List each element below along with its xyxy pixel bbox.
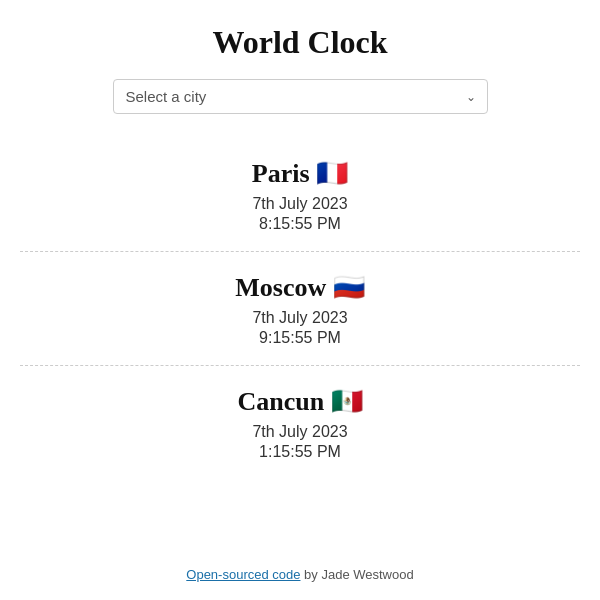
city-time: 1:15:55 PM	[259, 443, 341, 461]
city-date: 7th July 2023	[252, 309, 347, 327]
city-time: 8:15:55 PM	[259, 215, 341, 233]
open-source-link[interactable]: Open-sourced code	[186, 567, 300, 582]
city-date: 7th July 2023	[252, 423, 347, 441]
city-date: 7th July 2023	[252, 195, 347, 213]
app-title: World Clock	[212, 24, 387, 61]
footer: Open-sourced code by Jade Westwood	[186, 557, 413, 590]
city-name: Paris 🇫🇷	[252, 158, 348, 189]
clock-list: Paris 🇫🇷7th July 20238:15:55 PMMoscow 🇷🇺…	[20, 138, 580, 479]
city-time: 9:15:55 PM	[259, 329, 341, 347]
city-select[interactable]: Select a city ParisMoscowCancunNew YorkT…	[113, 79, 488, 114]
clock-entry: Moscow 🇷🇺7th July 20239:15:55 PM	[20, 252, 580, 366]
footer-author: by Jade Westwood	[300, 567, 413, 582]
clock-entry: Cancun 🇲🇽7th July 20231:15:55 PM	[20, 366, 580, 479]
city-name: Moscow 🇷🇺	[235, 272, 364, 303]
city-select-wrapper: Select a city ParisMoscowCancunNew YorkT…	[113, 79, 488, 114]
city-name: Cancun 🇲🇽	[237, 386, 362, 417]
clock-entry: Paris 🇫🇷7th July 20238:15:55 PM	[20, 138, 580, 252]
page-wrapper: World Clock Select a city ParisMoscowCan…	[0, 0, 600, 495]
